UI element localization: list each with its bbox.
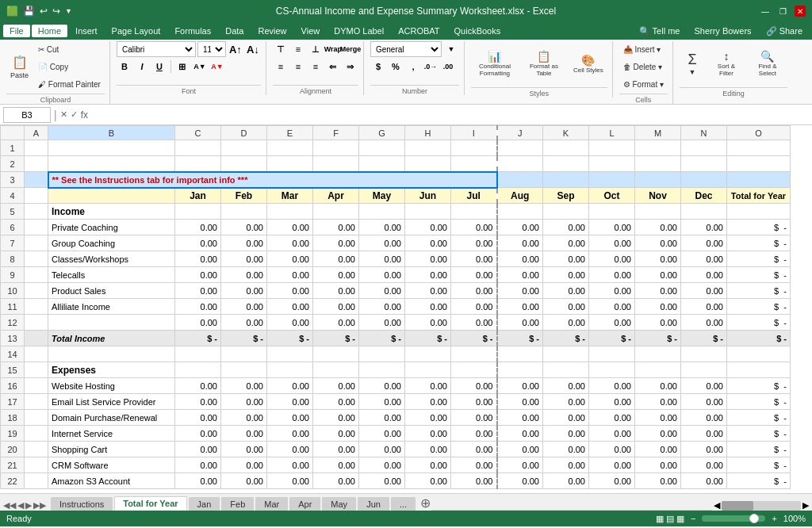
save-icon[interactable]: 💾 <box>23 6 35 17</box>
number-format-select[interactable]: General <box>370 41 442 57</box>
r18-j[interactable]: 0.00 <box>497 410 543 426</box>
tab-jan[interactable]: Jan <box>189 497 220 511</box>
r16-i[interactable]: 0.00 <box>451 378 497 394</box>
r2-j[interactable] <box>497 156 543 172</box>
font-grow-button[interactable]: A↑ <box>228 41 243 57</box>
r3-b[interactable]: ** See the Instructions tab for importan… <box>48 172 497 188</box>
r11-h[interactable]: 0.00 <box>405 299 451 315</box>
r9-m[interactable]: 0.00 <box>635 267 681 283</box>
col-n-header[interactable]: N <box>681 126 727 140</box>
r8-g[interactable]: 0.00 <box>359 251 405 267</box>
r17-g[interactable]: 0.00 <box>359 394 405 410</box>
r22-l[interactable]: 0.00 <box>589 473 635 489</box>
menu-page-layout[interactable]: Page Layout <box>105 25 167 37</box>
r2-l[interactable] <box>589 156 635 172</box>
r6-h[interactable]: 0.00 <box>405 220 451 235</box>
r22-e[interactable]: 0.00 <box>267 473 313 489</box>
increase-indent-button[interactable]: ⇒ <box>343 59 358 75</box>
align-right-button[interactable]: ≡ <box>308 59 324 75</box>
r2-i[interactable] <box>451 156 497 172</box>
r19-i[interactable]: 0.00 <box>451 426 497 442</box>
r14-b[interactable] <box>48 346 175 362</box>
r8-e[interactable]: 0.00 <box>267 251 313 267</box>
r6-k[interactable]: 0.00 <box>543 220 589 235</box>
fill-color-button[interactable]: A▼ <box>192 59 208 75</box>
r3-j[interactable] <box>497 172 543 188</box>
r9-i[interactable]: 0.00 <box>451 267 497 283</box>
r20-a[interactable] <box>25 442 48 457</box>
r13-b[interactable]: Total Income <box>48 331 175 346</box>
r16-c[interactable]: 0.00 <box>175 378 221 394</box>
r13-e[interactable]: $ - <box>267 331 313 346</box>
r8-d[interactable]: 0.00 <box>221 251 267 267</box>
r12-m[interactable]: 0.00 <box>635 315 681 331</box>
r4-b[interactable] <box>48 188 175 204</box>
r21-n[interactable]: 0.00 <box>681 457 727 473</box>
r1-n[interactable] <box>681 140 727 156</box>
r1-a[interactable] <box>25 140 48 156</box>
r13-o[interactable]: $ - <box>727 331 791 346</box>
r14-f[interactable] <box>313 346 359 362</box>
r20-j[interactable]: 0.00 <box>497 442 543 457</box>
font-name-select[interactable]: Calibri <box>117 41 196 57</box>
r12-l[interactable]: 0.00 <box>589 315 635 331</box>
tab-jun[interactable]: Jun <box>358 497 389 511</box>
r21-g[interactable]: 0.00 <box>359 457 405 473</box>
r4-nov[interactable]: Nov <box>635 188 681 204</box>
r9-f[interactable]: 0.00 <box>313 267 359 283</box>
r22-f[interactable]: 0.00 <box>313 473 359 489</box>
r9-j[interactable]: 0.00 <box>497 267 543 283</box>
r3-k[interactable] <box>543 172 589 188</box>
r13-h[interactable]: $ - <box>405 331 451 346</box>
r16-b[interactable]: Website Hosting <box>48 378 175 394</box>
r17-e[interactable]: 0.00 <box>267 394 313 410</box>
restore-btn[interactable]: ❐ <box>777 6 788 17</box>
r15-m[interactable] <box>635 362 681 378</box>
r22-a[interactable] <box>25 473 48 489</box>
r18-k[interactable]: 0.00 <box>543 410 589 426</box>
r21-e[interactable]: 0.00 <box>267 457 313 473</box>
r19-g[interactable]: 0.00 <box>359 426 405 442</box>
r6-l[interactable]: 0.00 <box>589 220 635 235</box>
r12-d[interactable]: 0.00 <box>221 315 267 331</box>
r21-m[interactable]: 0.00 <box>635 457 681 473</box>
r14-n[interactable] <box>681 346 727 362</box>
r7-o[interactable]: $ - <box>727 235 791 251</box>
r3-a[interactable] <box>25 172 48 188</box>
r8-a[interactable] <box>25 251 48 267</box>
currency-button[interactable]: $ <box>370 59 386 75</box>
r6-e[interactable]: 0.00 <box>267 220 313 235</box>
r2-g[interactable] <box>359 156 405 172</box>
menu-data[interactable]: Data <box>219 25 250 37</box>
r22-h[interactable]: 0.00 <box>405 473 451 489</box>
r16-k[interactable]: 0.00 <box>543 378 589 394</box>
r22-d[interactable]: 0.00 <box>221 473 267 489</box>
r9-b[interactable]: Telecalls <box>48 267 175 283</box>
cancel-formula[interactable]: ✕ <box>60 109 67 120</box>
align-bottom-button[interactable]: ⊥ <box>308 41 324 57</box>
r20-d[interactable]: 0.00 <box>221 442 267 457</box>
r9-g[interactable]: 0.00 <box>359 267 405 283</box>
r4-apr[interactable]: Apr <box>313 188 359 204</box>
r15-d[interactable] <box>221 362 267 378</box>
r22-o[interactable]: $ - <box>727 473 791 489</box>
r6-b[interactable]: Private Coaching <box>48 220 175 235</box>
col-j-header[interactable]: J <box>497 126 543 140</box>
r16-m[interactable]: 0.00 <box>635 378 681 394</box>
r19-d[interactable]: 0.00 <box>221 426 267 442</box>
merge-button[interactable]: Merge <box>343 41 358 57</box>
r20-l[interactable]: 0.00 <box>589 442 635 457</box>
r4-jun[interactable]: Jun <box>405 188 451 204</box>
r1-d[interactable] <box>221 140 267 156</box>
r15-k[interactable] <box>543 362 589 378</box>
r8-k[interactable]: 0.00 <box>543 251 589 267</box>
menu-formulas[interactable]: Formulas <box>168 25 217 37</box>
r17-c[interactable]: 0.00 <box>175 394 221 410</box>
r9-o[interactable]: $ - <box>727 267 791 283</box>
r8-b[interactable]: Classes/Workshops <box>48 251 175 267</box>
r15-l[interactable] <box>589 362 635 378</box>
paste-button[interactable]: 📋 Paste <box>6 44 33 89</box>
r2-d[interactable] <box>221 156 267 172</box>
r7-l[interactable]: 0.00 <box>589 235 635 251</box>
r7-h[interactable]: 0.00 <box>405 235 451 251</box>
